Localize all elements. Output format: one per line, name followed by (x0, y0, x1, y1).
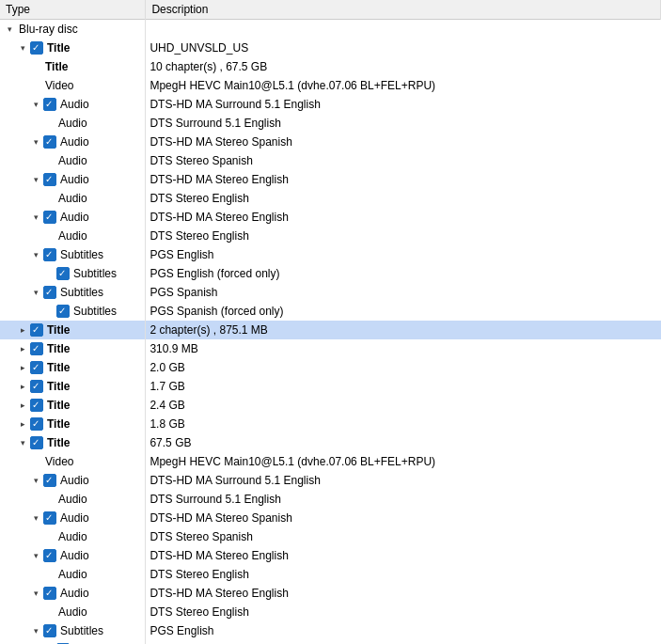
row-checkbox[interactable] (56, 305, 70, 318)
table-row: AudioDTS-HD MA Surround 5.1 English (0, 95, 661, 114)
table-row: Title10 chapter(s) , 67.5 GB (0, 57, 661, 76)
row-description: DTS-HD MA Stereo English (146, 584, 661, 603)
table-row: AudioDTS Surround 5.1 English (0, 490, 661, 509)
row-description: PGS English (146, 245, 661, 264)
row-checkbox[interactable] (30, 417, 43, 431)
row-checkbox[interactable] (30, 399, 43, 412)
table-row: AudioDTS-HD MA Stereo Spanish (0, 133, 661, 151)
expand-chevron[interactable] (17, 42, 28, 54)
row-description: PGS English (forced only) (146, 640, 661, 645)
row-description: DTS-HD MA Stereo English (146, 208, 661, 227)
expand-chevron[interactable] (30, 212, 41, 223)
row-checkbox[interactable] (43, 624, 56, 637)
table-row: AudioDTS Stereo English (0, 227, 661, 245)
expand-chevron[interactable] (30, 99, 41, 110)
table-row: AudioDTS-HD MA Stereo English (0, 546, 661, 565)
row-checkbox[interactable] (43, 511, 56, 525)
row-checkbox[interactable] (43, 135, 56, 149)
row-type-label: Title (45, 60, 68, 73)
row-checkbox[interactable] (43, 248, 56, 261)
expand-chevron[interactable] (4, 24, 15, 35)
expand-chevron[interactable] (17, 437, 28, 448)
row-description: 67.5 GB (146, 433, 661, 452)
row-type-label: Audio (58, 229, 87, 243)
row-description: DTS-HD MA Stereo English (146, 546, 661, 565)
expand-chevron[interactable] (30, 550, 41, 561)
table-row: AudioDTS-HD MA Stereo Spanish (0, 509, 661, 527)
row-type-label: Blu-ray disc (19, 23, 78, 36)
expand-chevron[interactable] (30, 136, 41, 148)
row-checkbox[interactable] (43, 587, 56, 600)
row-type-label: Subtitles (73, 305, 117, 318)
row-description: DTS-HD MA Surround 5.1 English (146, 95, 661, 114)
row-description: DTS-HD MA Stereo English (146, 170, 661, 189)
row-checkbox[interactable] (43, 286, 56, 299)
table-row: VideoMpegH HEVC Main10@L5.1 (dvhe.07.06 … (0, 452, 661, 471)
row-type-label: Title (47, 323, 70, 337)
expand-chevron[interactable] (30, 588, 41, 599)
expand-chevron[interactable] (17, 362, 28, 373)
row-type-label: Audio (60, 511, 89, 525)
row-description: MpegH HEVC Main10@L5.1 (dvhe.07.06 BL+FE… (146, 452, 661, 471)
row-type-label: Audio (58, 530, 87, 543)
expand-chevron[interactable] (17, 343, 28, 354)
row-description: DTS-HD MA Stereo Spanish (146, 133, 661, 151)
row-checkbox[interactable] (43, 549, 56, 562)
table-row: SubtitlesPGS English (0, 245, 661, 264)
row-checkbox[interactable] (43, 474, 56, 487)
row-type-label: Video (45, 79, 73, 92)
row-description: DTS Surround 5.1 English (146, 490, 661, 509)
table-row: Title2.0 GB (0, 358, 661, 377)
row-description: 310.9 MB (146, 339, 661, 358)
expand-chevron[interactable] (30, 475, 41, 486)
expand-chevron[interactable] (30, 174, 41, 185)
row-description: DTS Stereo Spanish (146, 151, 661, 170)
table-row: AudioDTS-HD MA Surround 5.1 English (0, 471, 661, 490)
row-type-label: Title (47, 361, 70, 374)
expand-chevron[interactable] (30, 625, 41, 636)
row-description: DTS Surround 5.1 English (146, 114, 661, 133)
table-row: Title1.8 GB (0, 415, 661, 433)
row-checkbox[interactable] (43, 211, 56, 224)
table-row: SubtitlesPGS English (forced only) (0, 264, 661, 283)
expand-chevron[interactable] (17, 400, 28, 411)
row-type-label: Audio (60, 474, 89, 487)
table-row: Title67.5 GB (0, 433, 661, 452)
expand-chevron[interactable] (17, 381, 28, 392)
expand-chevron[interactable] (30, 287, 41, 298)
table-row: AudioDTS-HD MA Stereo English (0, 584, 661, 603)
row-checkbox[interactable] (43, 98, 56, 111)
row-description: 10 chapter(s) , 67.5 GB (146, 57, 661, 76)
tree-container: Type Description Blu-ray discTitleUHD_UN… (0, 0, 661, 644)
expand-chevron[interactable] (17, 324, 28, 336)
row-description (146, 20, 661, 39)
row-description: DTS Stereo Spanish (146, 527, 661, 546)
row-checkbox[interactable] (43, 173, 56, 186)
table-row: AudioDTS Stereo English (0, 565, 661, 584)
row-checkbox[interactable] (30, 41, 43, 55)
row-type-label: Audio (58, 192, 87, 205)
row-checkbox[interactable] (30, 361, 43, 374)
row-description: PGS Spanish (146, 283, 661, 302)
row-description: PGS English (forced only) (146, 264, 661, 283)
table-row: Title1.7 GB (0, 377, 661, 396)
row-description: DTS Stereo English (146, 227, 661, 245)
table-row: SubtitlesPGS Spanish (0, 283, 661, 302)
row-checkbox[interactable] (56, 267, 70, 280)
table-row: AudioDTS Stereo English (0, 603, 661, 621)
expand-chevron[interactable] (30, 249, 41, 260)
row-checkbox[interactable] (30, 436, 43, 449)
expand-chevron[interactable] (17, 418, 28, 430)
table-row: AudioDTS-HD MA Stereo English (0, 170, 661, 189)
table-row: Title2.4 GB (0, 396, 661, 415)
row-type-label: Audio (60, 98, 89, 111)
table-row: Title310.9 MB (0, 339, 661, 358)
row-checkbox[interactable] (30, 342, 43, 355)
row-checkbox[interactable] (30, 323, 43, 337)
row-type-label: Subtitles (60, 248, 103, 261)
row-checkbox[interactable] (30, 380, 43, 393)
row-description: DTS-HD MA Surround 5.1 English (146, 471, 661, 490)
expand-chevron[interactable] (30, 512, 41, 524)
row-description: DTS-HD MA Stereo Spanish (146, 509, 661, 527)
type-column-header: Type (0, 0, 146, 20)
